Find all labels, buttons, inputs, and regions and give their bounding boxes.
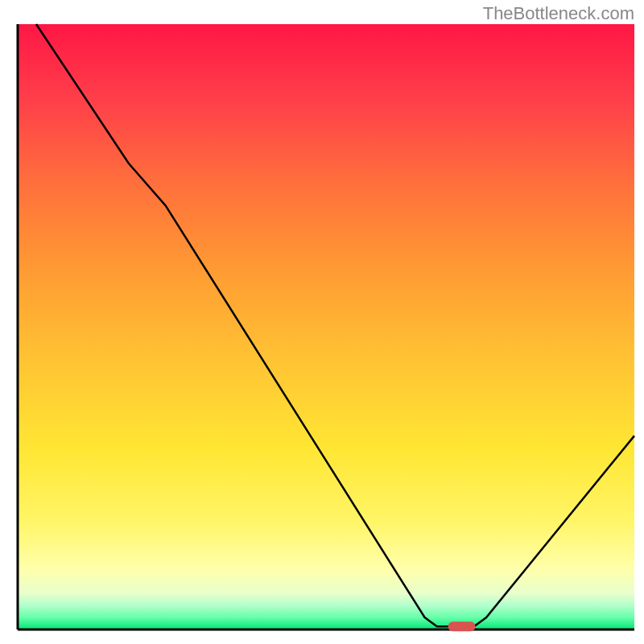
gradient-background [18, 24, 634, 630]
chart-area [0, 0, 644, 644]
optimal-marker [448, 621, 476, 631]
watermark-text: TheBottleneck.com [483, 3, 634, 24]
chart-svg [0, 0, 644, 644]
